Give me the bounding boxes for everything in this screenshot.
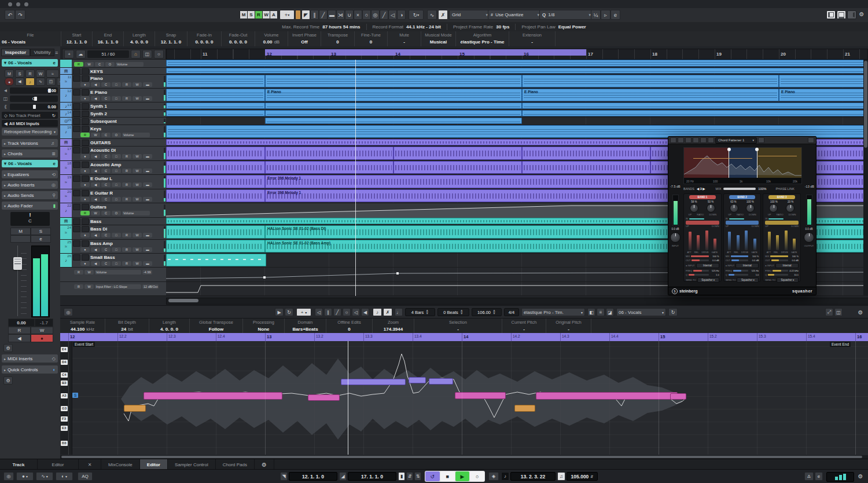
automation-o-button[interactable]: O [112, 211, 121, 215]
track-solo-button[interactable] [82, 111, 89, 117]
track-mute-button[interactable] [73, 175, 80, 182]
audio-event[interactable] [393, 147, 522, 160]
plugin-preset-prev-icon[interactable] [708, 137, 714, 143]
automation-r-button[interactable]: R [80, 211, 90, 215]
band-slider[interactable] [745, 230, 748, 250]
track-mute-button[interactable] [73, 89, 80, 96]
lane-button[interactable]: □ [112, 154, 121, 159]
toolbar-setup-gear-icon[interactable]: ⚙ [858, 10, 866, 19]
track-mute-button[interactable] [73, 126, 80, 132]
solo-button[interactable]: S [15, 69, 24, 78]
lane-value-field[interactable]: 12 dB/Oct [142, 284, 159, 289]
reload-icon[interactable]: ↻ [52, 113, 56, 118]
variaudio-segment[interactable] [308, 394, 340, 401]
snap-musical-icon[interactable]: ♪ [373, 308, 382, 316]
editor-window-icon[interactable]: ◫ [834, 308, 843, 316]
track-preset-field[interactable]: ◇ No Track Preset ↻ [2, 112, 58, 119]
automation-o-button[interactable]: O [112, 133, 121, 137]
audio-event[interactable] [522, 161, 650, 174]
tab-sampler-control[interactable]: Sampler Control [168, 459, 216, 470]
variaudio-segment[interactable] [455, 392, 506, 399]
channel-button[interactable]: ▬ [143, 197, 152, 202]
comp-tool[interactable]: ◎ [371, 10, 380, 20]
snap-type-icon[interactable]: ✗ [438, 10, 448, 20]
right-zone-toggle[interactable] [847, 10, 856, 19]
quantize-preset-dropdown[interactable]: #Use Quantize▾ [488, 10, 542, 20]
down-ratio-knob[interactable] [707, 204, 715, 213]
tab-track[interactable]: Track [0, 459, 38, 470]
editor-play-icon[interactable]: ▶ [275, 308, 284, 316]
punch-common-icon[interactable]: ⇅ [414, 472, 421, 481]
section-track-versions[interactable]: ▸Track Versions ♬ [2, 139, 58, 147]
editor-info-field[interactable]: Original Pitch- [546, 319, 591, 334]
read-button[interactable]: R [122, 182, 131, 187]
monitor-button[interactable]: ◀ [15, 78, 24, 86]
editor-view3-icon[interactable]: ◪ [606, 308, 614, 316]
band-slider[interactable] [753, 239, 756, 250]
channel-button[interactable]: ▬ [143, 182, 152, 187]
variaudio-segment[interactable] [429, 378, 453, 385]
automation-panel-button[interactable]: A [270, 10, 278, 19]
audio-event[interactable] [265, 161, 393, 174]
left-zone-toggle[interactable] [826, 10, 836, 19]
find-track-icon[interactable]: ○ [154, 50, 164, 58]
crossover-handle-2[interactable] [757, 149, 757, 178]
quantize-note-icon[interactable]: ♩ [395, 308, 403, 316]
record-enable-button[interactable]: ● [80, 82, 90, 87]
automation-parameter-field[interactable]: Volume [122, 211, 150, 215]
plugin-switch-icon[interactable] [700, 137, 707, 143]
send-target-dropdown[interactable]: Squasher ▾ [737, 277, 759, 283]
internal-dropdown[interactable]: Internal [775, 263, 799, 268]
write-button[interactable]: W [133, 182, 142, 187]
editor-draw-icon[interactable]: ╱ [333, 308, 341, 316]
channel-button[interactable]: ▬ [143, 261, 152, 266]
editor-speaker2-icon[interactable]: ◀ [361, 308, 369, 316]
audio-event[interactable] [265, 75, 522, 87]
lane-button[interactable]: □ [112, 96, 121, 101]
up-ratio-knob[interactable] [730, 204, 738, 213]
channel-button[interactable]: ▬ [143, 82, 152, 87]
pan-display[interactable]: ! C [10, 212, 50, 226]
bands-value[interactable]: ◀ 3 ▶ [697, 187, 705, 191]
fader-value[interactable]: 0.00 [8, 319, 35, 327]
band-range-bar[interactable] [686, 221, 719, 225]
play-button[interactable]: ▶ [455, 471, 470, 481]
line-tool[interactable]: ╱ [380, 10, 388, 20]
track-solo-button[interactable] [82, 218, 89, 225]
mix-bar[interactable] [731, 255, 749, 257]
editor-info-field[interactable]: Bit Depth24bit [105, 319, 149, 334]
tempo-value-field[interactable]: 105.000⇵ [567, 472, 598, 481]
retrospective-record-field[interactable]: Retrospective Recording▾ [2, 128, 58, 136]
audio-event[interactable] [265, 103, 522, 109]
info-field[interactable]: Volume0.00dB [255, 31, 288, 46]
channel-button[interactable]: ▬ [143, 154, 152, 159]
mix-slider[interactable] [723, 188, 756, 190]
close-window-icon[interactable] [8, 2, 12, 6]
info-field[interactable]: Length4. 0. 0. 0 [124, 31, 155, 46]
lower-zone-toggle[interactable] [837, 10, 846, 19]
metronome-setup-icon[interactable]: e [815, 472, 823, 481]
plugin-titlebar[interactable]: Chord Fattener 1▾ [668, 137, 816, 144]
band-slider[interactable] [728, 232, 731, 250]
automation-c-button[interactable]: C [101, 211, 111, 215]
timesig-field[interactable]: 4/4 [504, 308, 519, 316]
track-solo-button[interactable] [82, 175, 89, 182]
audio-event[interactable]: E Piano [779, 89, 868, 101]
timeline-ruler[interactable]: 1112131415161718192021 [166, 49, 868, 60]
draw-tool[interactable]: ╱ [319, 10, 328, 20]
editor-setup-gear-icon[interactable]: ⚙ [856, 308, 865, 316]
channel-button[interactable]: ▬ [143, 247, 152, 252]
lane-display-icon[interactable]: ∿ [36, 78, 45, 86]
audio-event[interactable] [166, 189, 265, 202]
editor-info-field[interactable]: Current Pitch- [502, 319, 546, 334]
audio-event[interactable] [166, 89, 265, 101]
out-bar[interactable] [692, 259, 708, 261]
track-mute-button[interactable] [73, 140, 80, 146]
lane-control[interactable]: W [84, 62, 94, 67]
audio-event[interactable] [522, 75, 779, 87]
write-button[interactable]: W [36, 69, 45, 78]
band-header[interactable]: BAND 3 [768, 195, 795, 199]
musical-mode-icon[interactable]: ♪ [25, 78, 35, 86]
split-tool[interactable]: ⋊ [336, 10, 345, 20]
divider-handle[interactable] [295, 10, 301, 20]
